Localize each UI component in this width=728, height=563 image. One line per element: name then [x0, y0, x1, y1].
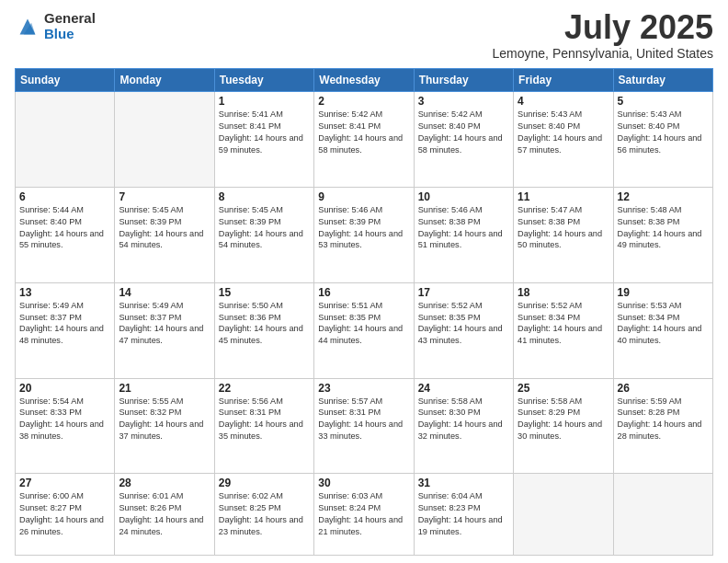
header: General Blue July 2025 Lemoyne, Pennsylv…: [15, 11, 713, 61]
table-cell: [613, 474, 712, 556]
table-cell: 20Sunrise: 5:54 AMSunset: 8:33 PMDayligh…: [16, 378, 115, 474]
table-cell: 19Sunrise: 5:53 AMSunset: 8:34 PMDayligh…: [613, 282, 712, 378]
col-wednesday: Wednesday: [314, 69, 414, 92]
table-cell: 25Sunrise: 5:58 AMSunset: 8:29 PMDayligh…: [514, 378, 613, 474]
month-title: July 2025: [493, 11, 713, 44]
table-cell: 18Sunrise: 5:52 AMSunset: 8:34 PMDayligh…: [514, 282, 613, 378]
table-cell: 22Sunrise: 5:56 AMSunset: 8:31 PMDayligh…: [214, 378, 313, 474]
table-cell: 30Sunrise: 6:03 AMSunset: 8:24 PMDayligh…: [314, 474, 414, 556]
day-info: Sunrise: 5:52 AMSunset: 8:34 PMDaylight:…: [518, 300, 609, 348]
table-cell: 5Sunrise: 5:43 AMSunset: 8:40 PMDaylight…: [613, 92, 712, 188]
day-info: Sunrise: 6:04 AMSunset: 8:23 PMDaylight:…: [418, 490, 509, 538]
day-number: 7: [119, 190, 210, 203]
day-info: Sunrise: 5:45 AMSunset: 8:39 PMDaylight:…: [219, 204, 310, 252]
day-info: Sunrise: 6:00 AMSunset: 8:27 PMDaylight:…: [19, 490, 110, 538]
title-section: July 2025 Lemoyne, Pennsylvania, United …: [493, 11, 713, 61]
day-info: Sunrise: 5:46 AMSunset: 8:39 PMDaylight:…: [318, 204, 409, 252]
day-info: Sunrise: 5:56 AMSunset: 8:31 PMDaylight:…: [219, 396, 310, 443]
table-cell: 24Sunrise: 5:58 AMSunset: 8:30 PMDayligh…: [414, 378, 513, 474]
table-cell: 11Sunrise: 5:47 AMSunset: 8:38 PMDayligh…: [514, 187, 613, 282]
week-row-5: 27Sunrise: 6:00 AMSunset: 8:27 PMDayligh…: [16, 474, 713, 556]
week-row-4: 20Sunrise: 5:54 AMSunset: 8:33 PMDayligh…: [16, 378, 713, 474]
day-number: 22: [219, 382, 310, 395]
day-number: 13: [19, 286, 110, 299]
day-number: 24: [418, 382, 509, 395]
day-info: Sunrise: 5:53 AMSunset: 8:34 PMDaylight:…: [618, 300, 709, 348]
day-number: 11: [518, 190, 609, 203]
day-info: Sunrise: 5:49 AMSunset: 8:37 PMDaylight:…: [119, 300, 210, 348]
table-cell: 26Sunrise: 5:59 AMSunset: 8:28 PMDayligh…: [613, 378, 712, 474]
day-number: 8: [219, 190, 310, 203]
day-number: 19: [618, 286, 709, 299]
day-number: 3: [418, 95, 509, 108]
day-number: 10: [418, 190, 509, 203]
logo-text: General Blue: [44, 11, 96, 41]
day-number: 14: [119, 286, 210, 299]
calendar-table: Sunday Monday Tuesday Wednesday Thursday…: [15, 68, 713, 556]
day-number: 17: [418, 286, 509, 299]
col-thursday: Thursday: [414, 69, 513, 92]
day-number: 12: [618, 190, 709, 203]
day-info: Sunrise: 6:01 AMSunset: 8:26 PMDaylight:…: [119, 490, 210, 538]
day-number: 4: [518, 95, 609, 108]
day-info: Sunrise: 5:42 AMSunset: 8:40 PMDaylight:…: [418, 109, 509, 156]
day-number: 27: [19, 477, 110, 489]
day-info: Sunrise: 5:59 AMSunset: 8:28 PMDaylight:…: [618, 396, 709, 443]
table-cell: 15Sunrise: 5:50 AMSunset: 8:36 PMDayligh…: [214, 282, 313, 378]
table-cell: 14Sunrise: 5:49 AMSunset: 8:37 PMDayligh…: [115, 282, 214, 378]
table-cell: 31Sunrise: 6:04 AMSunset: 8:23 PMDayligh…: [414, 474, 513, 556]
table-cell: 27Sunrise: 6:00 AMSunset: 8:27 PMDayligh…: [16, 474, 115, 556]
col-friday: Friday: [514, 69, 613, 92]
day-info: Sunrise: 5:57 AMSunset: 8:31 PMDaylight:…: [318, 396, 409, 443]
day-info: Sunrise: 5:43 AMSunset: 8:40 PMDaylight:…: [618, 109, 709, 156]
day-number: 28: [119, 477, 210, 489]
week-row-2: 6Sunrise: 5:44 AMSunset: 8:40 PMDaylight…: [16, 187, 713, 282]
day-info: Sunrise: 5:54 AMSunset: 8:33 PMDaylight:…: [19, 396, 110, 443]
day-number: 9: [318, 190, 409, 203]
day-info: Sunrise: 5:51 AMSunset: 8:35 PMDaylight:…: [318, 300, 409, 348]
table-cell: 17Sunrise: 5:52 AMSunset: 8:35 PMDayligh…: [414, 282, 513, 378]
day-info: Sunrise: 5:44 AMSunset: 8:40 PMDaylight:…: [19, 204, 110, 252]
day-info: Sunrise: 5:58 AMSunset: 8:29 PMDaylight:…: [518, 396, 609, 443]
day-number: 30: [318, 477, 409, 489]
day-number: 1: [219, 95, 310, 108]
day-info: Sunrise: 5:48 AMSunset: 8:38 PMDaylight:…: [618, 204, 709, 252]
day-number: 26: [618, 382, 709, 395]
day-number: 2: [318, 95, 409, 108]
table-cell: [16, 92, 115, 188]
table-cell: 12Sunrise: 5:48 AMSunset: 8:38 PMDayligh…: [613, 187, 712, 282]
table-cell: 8Sunrise: 5:45 AMSunset: 8:39 PMDaylight…: [214, 187, 313, 282]
col-monday: Monday: [115, 69, 214, 92]
day-number: 31: [418, 477, 509, 489]
table-cell: 21Sunrise: 5:55 AMSunset: 8:32 PMDayligh…: [115, 378, 214, 474]
day-number: 16: [318, 286, 409, 299]
col-saturday: Saturday: [613, 69, 712, 92]
day-number: 23: [318, 382, 409, 395]
table-cell: 29Sunrise: 6:02 AMSunset: 8:25 PMDayligh…: [214, 474, 313, 556]
table-cell: 13Sunrise: 5:49 AMSunset: 8:37 PMDayligh…: [16, 282, 115, 378]
calendar-header-row: Sunday Monday Tuesday Wednesday Thursday…: [16, 69, 713, 92]
table-cell: 10Sunrise: 5:46 AMSunset: 8:38 PMDayligh…: [414, 187, 513, 282]
table-cell: 6Sunrise: 5:44 AMSunset: 8:40 PMDaylight…: [16, 187, 115, 282]
day-info: Sunrise: 5:43 AMSunset: 8:40 PMDaylight:…: [518, 109, 609, 156]
day-info: Sunrise: 5:49 AMSunset: 8:37 PMDaylight:…: [19, 300, 110, 348]
day-info: Sunrise: 5:46 AMSunset: 8:38 PMDaylight:…: [418, 204, 509, 252]
day-info: Sunrise: 5:45 AMSunset: 8:39 PMDaylight:…: [119, 204, 210, 252]
day-number: 21: [119, 382, 210, 395]
day-number: 25: [518, 382, 609, 395]
table-cell: 16Sunrise: 5:51 AMSunset: 8:35 PMDayligh…: [314, 282, 414, 378]
day-info: Sunrise: 5:55 AMSunset: 8:32 PMDaylight:…: [119, 396, 210, 443]
page: General Blue July 2025 Lemoyne, Pennsylv…: [0, 0, 728, 563]
table-cell: [115, 92, 214, 188]
location: Lemoyne, Pennsylvania, United States: [493, 46, 713, 61]
day-info: Sunrise: 5:50 AMSunset: 8:36 PMDaylight:…: [219, 300, 310, 348]
day-info: Sunrise: 5:52 AMSunset: 8:35 PMDaylight:…: [418, 300, 509, 348]
logo-general-text: General: [44, 11, 96, 27]
table-cell: 28Sunrise: 6:01 AMSunset: 8:26 PMDayligh…: [115, 474, 214, 556]
day-info: Sunrise: 5:47 AMSunset: 8:38 PMDaylight:…: [518, 204, 609, 252]
table-cell: 7Sunrise: 5:45 AMSunset: 8:39 PMDaylight…: [115, 187, 214, 282]
logo-icon: [15, 14, 40, 40]
logo: General Blue: [15, 11, 96, 41]
table-cell: 2Sunrise: 5:42 AMSunset: 8:41 PMDaylight…: [314, 92, 414, 188]
day-number: 29: [219, 477, 310, 489]
